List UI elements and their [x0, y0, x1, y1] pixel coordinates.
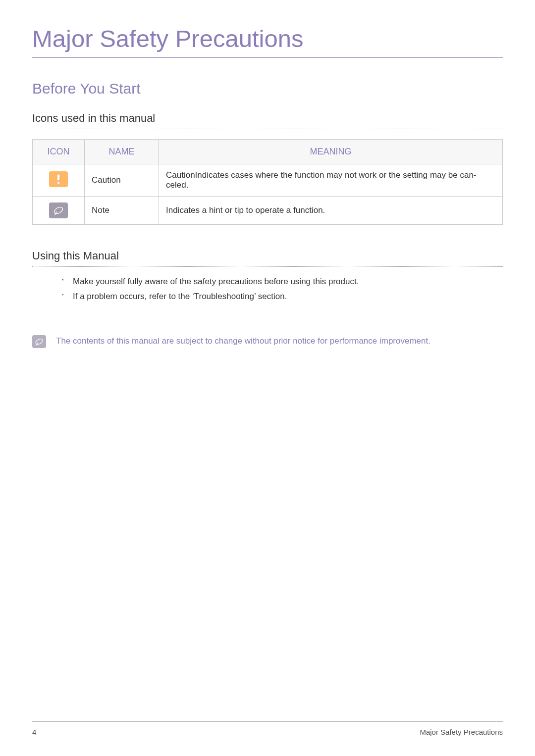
using-manual-list: Make yourself fully aware of the safety …	[32, 277, 503, 302]
row-name: Note	[85, 197, 159, 225]
row-meaning: CautionIndicates cases where the functio…	[159, 164, 503, 197]
note-icon	[32, 335, 46, 348]
footer-section-label: Major Safety Precautions	[420, 728, 503, 736]
row-name: Caution	[85, 164, 159, 197]
subsection-icons-used: Icons used in this manual	[32, 112, 503, 129]
list-item: If a problem occurs, refer to the ‘Troub…	[62, 292, 503, 302]
page-footer: 4 Major Safety Precautions	[32, 721, 503, 736]
page-number: 4	[32, 728, 36, 736]
table-row: Note Indicates a hint or tip to operate …	[33, 197, 503, 225]
icons-table: ICON NAME MEANING Caution CautionIndicat…	[32, 139, 503, 225]
subsection-using-manual: Using this Manual	[32, 250, 503, 267]
note-callout-text: The contents of this manual are subject …	[56, 336, 430, 346]
table-row: Caution CautionIndicates cases where the…	[33, 164, 503, 197]
caution-icon	[49, 171, 68, 187]
svg-point-0	[53, 206, 63, 215]
table-header-icon: ICON	[33, 140, 85, 164]
page-title: Major Safety Precautions	[32, 25, 503, 58]
svg-point-2	[35, 338, 43, 345]
list-item: Make yourself fully aware of the safety …	[62, 277, 503, 287]
table-header-meaning: MEANING	[159, 140, 503, 164]
note-icon	[49, 202, 68, 218]
table-header-name: NAME	[85, 140, 159, 164]
section-before-you-start: Before You Start	[32, 80, 503, 97]
row-meaning: Indicates a hint or tip to operate a fun…	[159, 197, 503, 225]
note-callout: The contents of this manual are subject …	[32, 336, 503, 348]
